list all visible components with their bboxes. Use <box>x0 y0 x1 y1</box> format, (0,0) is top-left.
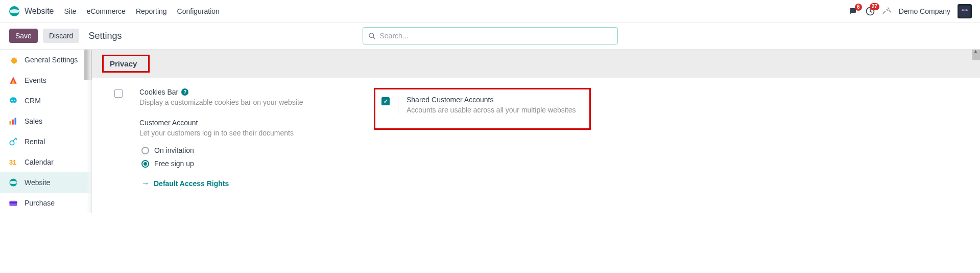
settings-content: Privacy Cookies Bar ? Display a customiz… <box>92 50 980 213</box>
setting-title: Customer Account <box>139 119 198 127</box>
radio-icon <box>141 147 149 154</box>
nav-reporting[interactable]: Reporting <box>136 7 167 15</box>
gear-icon <box>8 55 18 65</box>
website-icon <box>8 177 18 188</box>
radio-on-invitation[interactable]: On invitation <box>141 146 360 154</box>
sidebar-item-website[interactable]: Website <box>0 172 91 193</box>
topbar-right: 6 27 Demo Company <box>848 4 972 18</box>
search-icon <box>368 32 376 40</box>
sidebar-item-general-settings[interactable]: General Settings <box>0 50 91 70</box>
divider <box>131 119 131 188</box>
action-bar: Save Discard Settings <box>0 22 980 49</box>
section-title: Privacy <box>102 55 150 73</box>
radio-free-sign-up[interactable]: Free sign up <box>141 160 360 168</box>
setting-desc: Accounts are usable across all your mult… <box>407 106 576 114</box>
messages-badge: 6 <box>855 4 862 11</box>
radio-label: Free sign up <box>154 160 194 168</box>
setting-title: Cookies Bar <box>139 88 178 96</box>
company-switcher[interactable]: Demo Company <box>899 7 950 15</box>
setting-cookies-bar: Cookies Bar ? Display a customizable coo… <box>114 88 360 106</box>
sidebar-item-label: Rental <box>25 138 45 146</box>
divider <box>131 88 131 106</box>
nav-configuration[interactable]: Configuration <box>177 7 220 15</box>
svg-rect-10 <box>10 121 11 125</box>
top-nav: Site eCommerce Reporting Configuration <box>64 7 220 15</box>
sidebar-item-label: Events <box>25 76 46 84</box>
svg-point-8 <box>11 100 13 101</box>
sidebar-item-sales[interactable]: Sales <box>0 111 91 131</box>
arrow-right-icon: → <box>141 179 150 188</box>
setting-title: Shared Customer Accounts <box>407 96 493 104</box>
events-icon <box>8 75 18 85</box>
svg-rect-16 <box>10 201 17 206</box>
settings-sidebar: General Settings Events CRM Sales Rental… <box>0 50 92 213</box>
divider <box>398 96 398 114</box>
sidebar-item-rental[interactable]: Rental <box>0 131 91 152</box>
page-title: Settings <box>88 31 122 41</box>
discard-button[interactable]: Discard <box>43 29 79 43</box>
sidebar-item-crm[interactable]: CRM <box>0 90 91 111</box>
link-label: Default Access Rights <box>154 179 229 188</box>
calendar-icon: 31 <box>8 157 18 167</box>
activities-badge: 27 <box>870 3 879 10</box>
radio-label: On invitation <box>154 146 194 154</box>
purchase-icon <box>8 198 18 208</box>
svg-rect-5 <box>962 9 968 11</box>
sidebar-item-label: Calendar <box>25 158 54 166</box>
sidebar-item-label: Sales <box>25 117 42 125</box>
sidebar-item-purchase[interactable]: Purchase <box>0 193 91 213</box>
search-input[interactable] <box>380 32 612 40</box>
nav-ecommerce[interactable]: eCommerce <box>87 7 126 15</box>
sidebar-scrollbar[interactable] <box>84 50 92 80</box>
setting-desc: Let your customers log in to see their d… <box>139 129 360 137</box>
setting-customer-account: Customer Account Let your customers log … <box>114 119 360 188</box>
setting-desc: Display a customizable cookies bar on yo… <box>139 98 360 106</box>
save-button[interactable]: Save <box>9 29 38 43</box>
help-icon[interactable]: ? <box>181 88 188 96</box>
svg-point-13 <box>10 141 14 145</box>
svg-rect-11 <box>12 120 14 125</box>
section-header-privacy: Privacy <box>92 50 980 78</box>
sidebar-item-label: Purchase <box>25 199 55 207</box>
shared-accounts-checkbox[interactable] <box>381 97 390 105</box>
cookies-bar-checkbox[interactable] <box>114 89 123 98</box>
radio-icon <box>141 160 149 168</box>
sales-icon <box>8 116 18 126</box>
messages-button[interactable]: 6 <box>848 7 858 16</box>
svg-line-7 <box>373 37 375 39</box>
sidebar-item-label: Website <box>25 178 50 187</box>
setting-shared-customer-accounts: Shared Customer Accounts Accounts are us… <box>381 96 576 114</box>
activities-button[interactable]: 27 <box>865 6 875 16</box>
top-navbar: Website Site eCommerce Reporting Configu… <box>0 0 980 22</box>
crm-icon <box>8 96 18 106</box>
rental-icon <box>8 136 18 147</box>
app-logo-icon <box>8 5 20 17</box>
svg-rect-17 <box>10 202 17 203</box>
sidebar-item-label: CRM <box>25 97 41 105</box>
sidebar-item-events[interactable]: Events <box>0 70 91 90</box>
svg-text:31: 31 <box>9 158 17 166</box>
main-content: General Settings Events CRM Sales Rental… <box>0 49 980 213</box>
user-avatar[interactable] <box>958 4 972 18</box>
svg-point-9 <box>14 100 15 101</box>
sidebar-item-calendar[interactable]: 31 Calendar <box>0 152 91 172</box>
svg-rect-12 <box>15 118 16 124</box>
app-name[interactable]: Website <box>25 7 54 16</box>
sidebar-item-label: General Settings <box>25 56 78 64</box>
search-box[interactable] <box>363 27 618 44</box>
content-scrollbar-up[interactable] <box>972 50 980 60</box>
tools-icon[interactable] <box>882 6 892 16</box>
link-default-access-rights[interactable]: → Default Access Rights <box>141 179 360 188</box>
annotation-highlight: Shared Customer Accounts Accounts are us… <box>374 88 591 130</box>
nav-site[interactable]: Site <box>64 7 77 15</box>
